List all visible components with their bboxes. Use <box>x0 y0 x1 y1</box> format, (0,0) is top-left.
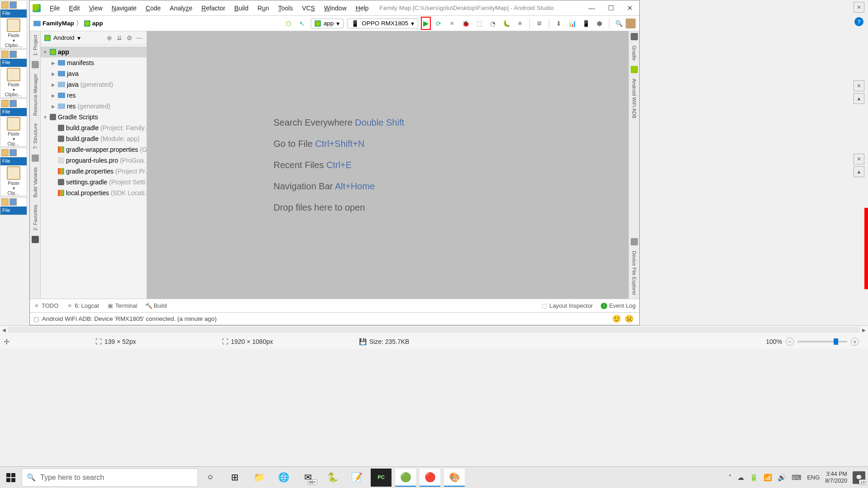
tool-resource-manager[interactable]: Resource Manager <box>32 70 39 120</box>
menu-run[interactable]: Run <box>253 4 274 13</box>
tree-node-java[interactable]: ▶java <box>41 68 146 79</box>
task-view-icon[interactable]: ⊞ <box>224 469 245 487</box>
bg-close-icon[interactable]: ✕ <box>854 2 864 13</box>
bg-close-icon-2[interactable]: ✕ <box>854 80 864 91</box>
hide-panel-icon[interactable]: — <box>136 34 143 42</box>
tree-node-gradle-wrapper[interactable]: gradle-wrapper.properties (G… <box>41 144 146 155</box>
tab-logcat[interactable]: ≡6: Logcat <box>66 302 99 309</box>
menu-edit[interactable]: Edit <box>65 4 85 13</box>
taskbar-search[interactable]: 🔍 Type here to search <box>22 469 198 487</box>
python-icon[interactable]: 🐍 <box>322 469 343 487</box>
zoom-slider[interactable] <box>797 341 847 343</box>
tool-device-explorer[interactable]: Device File Explorer <box>631 247 638 299</box>
device-explorer-icon[interactable] <box>631 238 638 245</box>
file-explorer-icon[interactable]: 📁 <box>249 469 269 487</box>
menu-navigate[interactable]: Navigate <box>107 4 141 13</box>
language-indicator[interactable]: ENG <box>807 474 820 481</box>
tree-node-local-properties[interactable]: local.properties (SDK Locati… <box>41 188 146 198</box>
tree-node-proguard[interactable]: proguard-rules.pro (ProGua… <box>41 155 146 166</box>
menu-help[interactable]: Help <box>351 4 373 13</box>
zoom-in-button[interactable]: + <box>851 338 859 346</box>
notepad-icon[interactable]: 📝 <box>346 469 367 487</box>
menu-window[interactable]: Window <box>320 4 351 13</box>
bug-icon[interactable]: 🐞 <box>461 19 470 28</box>
layout-inspector-icon[interactable]: 📊 <box>568 19 577 28</box>
tool-wifi-adb[interactable]: Android WiFi ADB <box>631 75 638 122</box>
tree-node-settings-gradle[interactable]: settings.gradle (Project Setti… <box>41 177 146 188</box>
tab-layout-inspector[interactable]: ⬚Layout Inspector <box>541 302 593 309</box>
resource-manager-icon[interactable]: ⬢ <box>595 19 604 28</box>
tree-node-build-gradle-module[interactable]: build.gradle (Module: app) <box>41 133 146 144</box>
help-icon[interactable]: ? <box>854 17 863 26</box>
tab-terminal[interactable]: ▣Terminal <box>107 302 137 309</box>
mail-icon[interactable]: ✉99+ <box>297 469 318 487</box>
menu-view[interactable]: View <box>85 4 107 13</box>
avd-manager-icon[interactable]: 🖥 <box>535 19 544 28</box>
happy-icon[interactable]: 🙂 <box>612 314 621 323</box>
menu-vcs[interactable]: VCS <box>297 4 320 13</box>
tool-favorites[interactable]: 2: Favorites <box>32 201 39 234</box>
project-tree[interactable]: ▼app ▶manifests ▶java ▶java (generated) … <box>41 45 146 200</box>
build-variants-tool-icon[interactable] <box>32 155 39 162</box>
tree-node-java-generated[interactable]: ▶java (generated) <box>41 79 146 90</box>
tab-todo[interactable]: ≡TODO <box>33 302 58 309</box>
tool-gradle[interactable]: Gradle <box>631 42 638 64</box>
minimize-button[interactable]: — <box>588 4 596 12</box>
keyboard-icon[interactable]: ⌨ <box>792 474 802 482</box>
edge-icon[interactable]: 🌐 <box>273 469 294 487</box>
search-icon[interactable]: 🔍 <box>614 19 623 28</box>
tree-node-manifests[interactable]: ▶manifests <box>41 57 146 68</box>
stop-icon[interactable]: ■ <box>515 19 524 28</box>
tab-event-log[interactable]: iEvent Log <box>601 302 636 309</box>
onedrive-icon[interactable]: ☁ <box>737 474 744 482</box>
maximize-button[interactable]: ☐ <box>607 4 615 12</box>
horizontal-scrollbar[interactable] <box>8 327 860 333</box>
wifi-icon[interactable]: 📶 <box>764 474 772 482</box>
tree-node-res[interactable]: ▶res <box>41 90 146 101</box>
android-icon[interactable] <box>631 66 638 73</box>
tree-node-app[interactable]: ▼app <box>41 47 146 57</box>
sad-icon[interactable]: ☹️ <box>625 314 634 323</box>
zoom-out-button[interactable]: − <box>786 338 794 346</box>
tool-build-variants[interactable]: Build Variants <box>32 164 39 201</box>
volume-icon[interactable]: 🔊 <box>778 474 786 482</box>
menu-analyze[interactable]: Analyze <box>165 4 197 13</box>
resource-manager-tool-icon[interactable] <box>32 61 39 68</box>
sync-icon[interactable]: ⬡ <box>284 19 293 28</box>
bg-up-arrow-icon-2[interactable]: ▲ <box>854 166 864 177</box>
gradle-tool-icon[interactable] <box>631 33 638 40</box>
scroll-left-icon[interactable]: ◀ <box>0 328 8 333</box>
pycharm-icon[interactable]: PC <box>371 469 392 487</box>
tree-node-gradle-properties[interactable]: gradle.properties (Project Pr… <box>41 166 146 177</box>
sdk-manager-icon[interactable]: ⬇ <box>554 19 563 28</box>
bg-close-icon-3[interactable]: ✕ <box>854 154 864 164</box>
tree-node-gradle-scripts[interactable]: ▼Gradle Scripts <box>41 112 146 122</box>
tree-node-build-gradle-project[interactable]: build.gradle (Project: Family… <box>41 122 146 133</box>
collapse-all-icon[interactable]: ⇊ <box>116 34 123 42</box>
cortana-icon[interactable]: ○ <box>200 469 221 487</box>
scroll-from-source-icon[interactable]: ⊕ <box>106 34 113 42</box>
tray-chevron-icon[interactable]: ˄ <box>728 474 732 482</box>
menu-tools[interactable]: Tools <box>274 4 297 13</box>
coverage-icon[interactable]: ⬚ <box>475 19 484 28</box>
device-selector[interactable]: 📱 OPPO RMX1805 ▾ <box>347 19 418 28</box>
breadcrumb[interactable]: FamilyMap 〉 app <box>33 19 103 28</box>
tool-structure[interactable]: 7: Structure <box>32 120 39 153</box>
scroll-right-icon[interactable]: ▶ <box>860 328 868 333</box>
android-studio-taskbar-icon[interactable]: 🟢 <box>395 469 416 487</box>
battery-icon[interactable]: 🔋 <box>750 474 758 482</box>
tree-node-res-generated[interactable]: ▶res (generated) <box>41 101 146 112</box>
run-config-selector[interactable]: app ▾ <box>311 19 344 28</box>
gear-icon[interactable]: ⚙ <box>126 34 133 42</box>
run-button[interactable]: ▶ <box>423 19 429 28</box>
close-button[interactable]: ✕ <box>626 4 634 12</box>
project-view-selector[interactable]: Android <box>53 34 75 41</box>
back-icon[interactable]: ↖ <box>297 19 307 28</box>
menu-file[interactable]: File <box>45 4 65 13</box>
profiler-icon[interactable]: ◔ <box>488 19 497 28</box>
notifications-icon[interactable]: 💬 <box>853 471 865 484</box>
apply-changes-icon[interactable]: ⟳ <box>434 19 443 28</box>
tool-project[interactable]: 1: Project <box>32 31 39 59</box>
attach-debugger-icon[interactable]: 🐛 <box>502 19 511 28</box>
menu-code[interactable]: Code <box>141 4 165 13</box>
